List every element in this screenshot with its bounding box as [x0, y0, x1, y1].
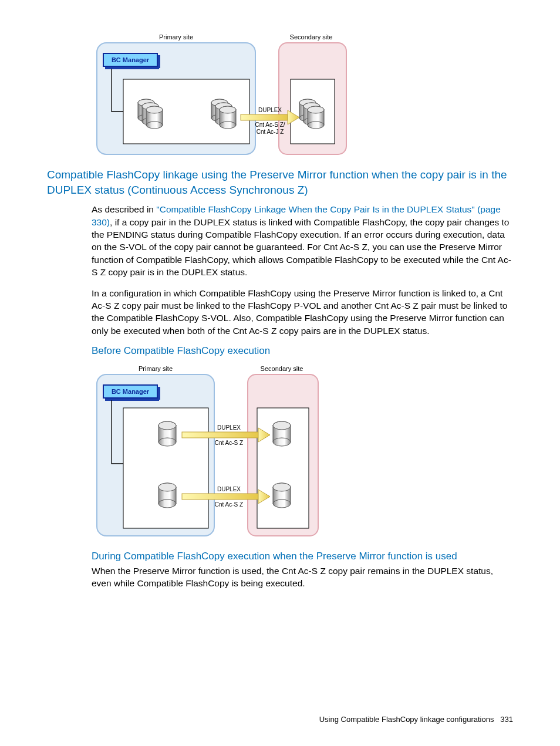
svg-rect-43	[241, 114, 288, 120]
arrow1-top: DUPLEX	[217, 424, 241, 431]
disk-icon	[273, 421, 291, 446]
arrow2-top: DUPLEX	[217, 486, 241, 492]
primary-site-label: Primary site	[139, 365, 173, 372]
subheading-during: During Compatible FlashCopy execution wh…	[92, 551, 513, 562]
paragraph-1: As described in "Compatible FlashCopy Li…	[92, 203, 513, 278]
svg-point-67	[273, 483, 291, 491]
svg-rect-48	[158, 387, 160, 400]
arrow2-bot: Cnt Ac-S Z	[215, 501, 243, 508]
subheading-before: Before Compatible FlashCopy execution	[92, 345, 513, 357]
secondary-site-label: Secondary site	[290, 33, 333, 40]
svg-rect-3	[158, 55, 160, 68]
svg-point-63	[158, 483, 176, 491]
svg-rect-68	[182, 432, 258, 438]
secondary-site-label: Secondary site	[261, 365, 303, 372]
section-heading: Compatible FlashCopy linkage using the P…	[47, 167, 513, 197]
arrow-label-bot: Cnt Ac-J Z	[257, 129, 284, 135]
svg-rect-49	[105, 399, 159, 401]
footer-page-number: 331	[500, 715, 513, 724]
para1-post: , if a copy pair in the DUPLEX status is…	[92, 217, 511, 278]
primary-site-label: Primary site	[159, 33, 193, 40]
disk-icon	[273, 483, 291, 508]
paragraph-2: In a configuration in which Compatible F…	[92, 287, 513, 337]
svg-point-29	[220, 121, 236, 129]
disk-icon	[158, 421, 176, 446]
para1-pre: As described in	[92, 204, 156, 214]
page-footer: Using Compatible FlashCopy linkage confi…	[319, 715, 513, 724]
figure-2: Primary site Secondary site BC Manager	[94, 364, 513, 540]
figure-1: Primary site Secondary site BC Manager	[94, 32, 513, 156]
bc-manager-label: BC Manager	[112, 56, 150, 63]
arrow-label-top: DUPLEX	[258, 107, 282, 113]
svg-point-54	[158, 438, 176, 446]
svg-point-62	[158, 499, 176, 508]
svg-rect-4	[105, 67, 159, 69]
svg-point-42	[308, 106, 324, 113]
footer-text: Using Compatible FlashCopy linkage confi…	[319, 715, 494, 724]
svg-point-30	[220, 106, 236, 113]
svg-point-58	[273, 438, 291, 446]
paragraph-3: When the Preserve Mirror function is use…	[92, 565, 513, 590]
svg-point-55	[158, 421, 176, 430]
svg-rect-70	[182, 494, 258, 499]
svg-point-66	[273, 499, 291, 508]
disk-icon	[158, 483, 176, 508]
svg-point-59	[273, 421, 291, 430]
svg-point-18	[146, 106, 163, 113]
svg-point-41	[308, 121, 324, 129]
svg-point-17	[146, 121, 163, 129]
arrow1-bot: Cnt Ac-S Z	[215, 440, 243, 446]
bc-manager-label: BC Manager	[112, 388, 150, 395]
arrow-label-mid: Cnt Ac-S Z/	[255, 121, 285, 128]
